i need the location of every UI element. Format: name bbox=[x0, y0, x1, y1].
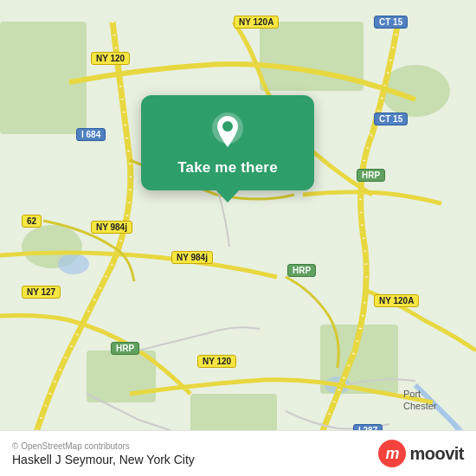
location-pin-icon bbox=[207, 111, 248, 152]
road-label-ny984j-left: NY 984j bbox=[91, 221, 132, 234]
road-label-hrp-bottom: HRP bbox=[111, 342, 139, 355]
road-label-ct15-top: CT 15 bbox=[374, 16, 408, 29]
road-label-ny120a-top: NY 120A bbox=[234, 16, 279, 29]
road-label-ny120-left: NY 120 bbox=[91, 52, 130, 65]
moovit-text: moovit bbox=[409, 444, 464, 464]
road-label-ny127: NY 127 bbox=[22, 286, 61, 299]
svg-rect-5 bbox=[87, 351, 156, 402]
map-attribution: © OpenStreetMap contributors bbox=[12, 441, 195, 451]
moovit-logo: m moovit bbox=[378, 440, 464, 467]
port-chester-label: PortChester bbox=[403, 388, 437, 413]
road-label-hrp-lower: HRP bbox=[287, 264, 316, 277]
road-label-ct15-right: CT 15 bbox=[374, 113, 408, 125]
road-label-ny120a-bottom: NY 120A bbox=[374, 294, 419, 307]
location-name: Haskell J Seymour, New York City bbox=[12, 453, 195, 466]
popup-card[interactable]: Take me there bbox=[141, 95, 314, 190]
road-label-hrp-mid: HRP bbox=[357, 169, 385, 182]
road-label-i684: I 684 bbox=[76, 128, 106, 141]
moovit-m-icon: m bbox=[378, 440, 406, 467]
map-container: NY 120A CT 15 NY 120 CT 15 I 684 HRP NY … bbox=[0, 0, 476, 476]
bottom-bar: © OpenStreetMap contributors Haskell J S… bbox=[0, 430, 476, 476]
road-label-ny984j-right: NY 984j bbox=[171, 251, 213, 264]
road-label-ny120-bottom: NY 120 bbox=[197, 355, 236, 368]
svg-rect-0 bbox=[0, 22, 87, 134]
location-info: © OpenStreetMap contributors Haskell J S… bbox=[12, 441, 195, 466]
take-me-there-button[interactable]: Take me there bbox=[177, 159, 278, 177]
road-label-62: 62 bbox=[22, 215, 42, 228]
svg-point-7 bbox=[58, 254, 89, 274]
svg-point-10 bbox=[222, 121, 233, 132]
